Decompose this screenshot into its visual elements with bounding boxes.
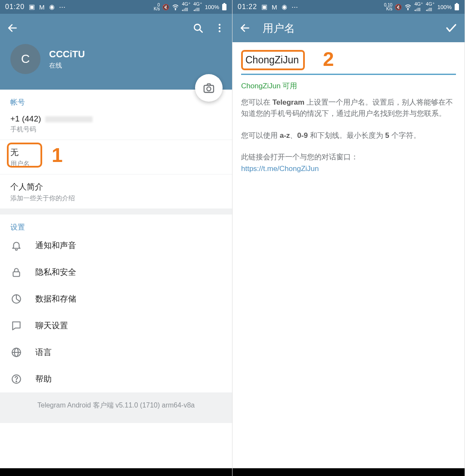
signal-icon: 4G⁺₄ılll [182, 1, 191, 12]
phone-redacted [45, 116, 93, 122]
phone-label: 手机号码 [10, 125, 222, 134]
avatar[interactable]: C [10, 44, 40, 74]
status-time: 01:20 [5, 3, 25, 11]
availability-text: ChongZiJun 可用 [241, 81, 456, 91]
mail-icon: M [39, 3, 45, 11]
setting-label: 帮助 [35, 373, 52, 385]
signal-icon-2: 4G⁺₄ılll [193, 1, 202, 12]
status-bar: 01:20 ▣ M ◉ ⋯ 0 K/s 🔇 4G⁺₄ılll 4G⁺₄ılll … [0, 0, 232, 14]
svg-point-8 [219, 30, 220, 32]
net-speed: 0 K/s [154, 3, 160, 11]
svg-point-7 [219, 27, 220, 29]
setting-notifications[interactable]: 通知和声音 [0, 232, 232, 259]
confirm-check-icon[interactable] [445, 22, 458, 34]
mute-icon: 🔇 [162, 4, 169, 10]
settings-section-title: 设置 [0, 215, 232, 232]
setting-label: 隐私和安全 [35, 267, 76, 278]
username-header: 用户名 [232, 14, 465, 42]
annotation-highlight-1 [7, 143, 42, 168]
phone-row[interactable]: +1 (442) 手机号码 [0, 107, 232, 140]
section-divider [0, 208, 232, 215]
username-link[interactable]: https://t.me/ChongZiJun [241, 165, 456, 173]
svg-rect-20 [456, 3, 458, 4]
picture-icon: ▣ [29, 3, 35, 11]
bio-value: 个人简介 [10, 181, 222, 193]
avatar-letter: C [21, 52, 30, 66]
username-input-wrap: ChongZiJun 2 [241, 50, 456, 75]
screen-settings: 01:20 ▣ M ◉ ⋯ 0 K/s 🔇 4G⁺₄ılll 4G⁺₄ılll … [0, 0, 232, 476]
setting-data[interactable]: 数据和存储 [0, 286, 232, 312]
bio-row[interactable]: 个人简介 添加一些关于你的介绍 [0, 174, 232, 208]
svg-point-6 [219, 24, 220, 25]
settings-section: 设置 通知和声音 隐私和安全 数据和存储 聊天设置 语言 帮助 [0, 215, 232, 392]
setting-chat[interactable]: 聊天设置 [0, 312, 232, 339]
mute-icon: 🔇 [395, 4, 402, 10]
status-time: 01:22 [238, 3, 257, 11]
more-icon: ⋯ [59, 3, 65, 11]
settings-header [0, 14, 232, 42]
setting-label: 语言 [35, 347, 52, 358]
more-vert-icon[interactable] [214, 22, 225, 34]
app-version: Telegram Android 客户端 v5.11.0 (1710) arm6… [0, 392, 232, 423]
android-navbar [0, 468, 232, 476]
username-description-2: 您可以使用 a-z、0-9 和下划线。最小长度为 5 个字符。 [241, 130, 456, 141]
svg-point-10 [207, 87, 211, 91]
username-input[interactable]: ChongZiJun [241, 50, 305, 70]
phone-value: +1 (442) [10, 114, 41, 123]
data-icon [10, 293, 22, 305]
signal-icon: 4G⁺₄ılll [414, 1, 423, 12]
help-icon [10, 373, 22, 385]
net-speed: 0.10 K/s [384, 3, 392, 11]
screen-edit-username: 01:22 ▣ M ◉ ⋯ 0.10 K/s 🔇 4G⁺₄ılll 4G⁺₄ıl… [232, 0, 465, 476]
more-icon: ⋯ [291, 3, 298, 11]
status-bar: 01:22 ▣ M ◉ ⋯ 0.10 K/s 🔇 4G⁺₄ılll 4G⁺₄ıl… [232, 0, 465, 14]
setting-language[interactable]: 语言 [0, 339, 232, 366]
battery-icon [454, 3, 459, 11]
camera-fab[interactable] [195, 74, 223, 102]
svg-point-17 [16, 381, 17, 382]
username-link-caption: 此链接会打开一个与您的对话窗口： [241, 152, 456, 163]
chat-icon: ◉ [282, 3, 287, 11]
mail-icon: M [272, 3, 277, 11]
svg-rect-19 [455, 4, 459, 10]
picture-icon: ▣ [261, 3, 267, 11]
annotation-number-1: 1 [52, 143, 63, 167]
profile-area: C CCCiTU 在线 [0, 42, 232, 90]
setting-label: 通知和声音 [35, 240, 76, 251]
lock-icon [10, 267, 22, 278]
input-underline [241, 74, 456, 75]
svg-line-5 [199, 29, 202, 32]
signal-icon-2: 4G⁺₄ılll [426, 1, 435, 12]
svg-point-18 [408, 9, 409, 10]
svg-point-0 [175, 9, 176, 10]
back-icon[interactable] [7, 22, 18, 34]
profile-name: CCCiTU [49, 49, 85, 60]
battery-text: 100% [437, 4, 452, 10]
search-icon[interactable] [192, 22, 204, 34]
username-row[interactable]: 无 用户名 1 [0, 140, 232, 174]
globe-icon [10, 347, 22, 358]
back-icon[interactable] [239, 22, 251, 34]
profile-status: 在线 [49, 62, 85, 70]
setting-label: 聊天设置 [35, 320, 68, 331]
account-section: 帐号 +1 (442) 手机号码 无 用户名 1 个人简介 添加一些关于你的介绍 [0, 90, 232, 208]
android-navbar [232, 468, 465, 476]
svg-rect-11 [13, 272, 19, 277]
bio-label: 添加一些关于你的介绍 [10, 194, 222, 202]
chat-icon [10, 320, 22, 331]
wifi-icon [172, 3, 179, 11]
header-title: 用户名 [263, 21, 295, 35]
setting-privacy[interactable]: 隐私和安全 [0, 259, 232, 286]
wifi-icon [404, 3, 412, 11]
setting-help[interactable]: 帮助 [0, 366, 232, 392]
username-form: ChongZiJun 2 ChongZiJun 可用 您可以在 Telegram… [232, 42, 465, 181]
annotation-number-2: 2 [323, 47, 334, 71]
svg-rect-1 [222, 4, 226, 10]
setting-label: 数据和存储 [35, 293, 76, 305]
battery-icon [222, 3, 227, 11]
chat-icon: ◉ [49, 3, 55, 11]
username-description-1: 您可以在 Telegram 上设置一个用户名。设置后，别人将能够在不知道您的手机… [241, 97, 456, 120]
battery-text: 100% [205, 4, 219, 10]
svg-rect-2 [223, 3, 225, 4]
bell-icon [10, 240, 22, 251]
